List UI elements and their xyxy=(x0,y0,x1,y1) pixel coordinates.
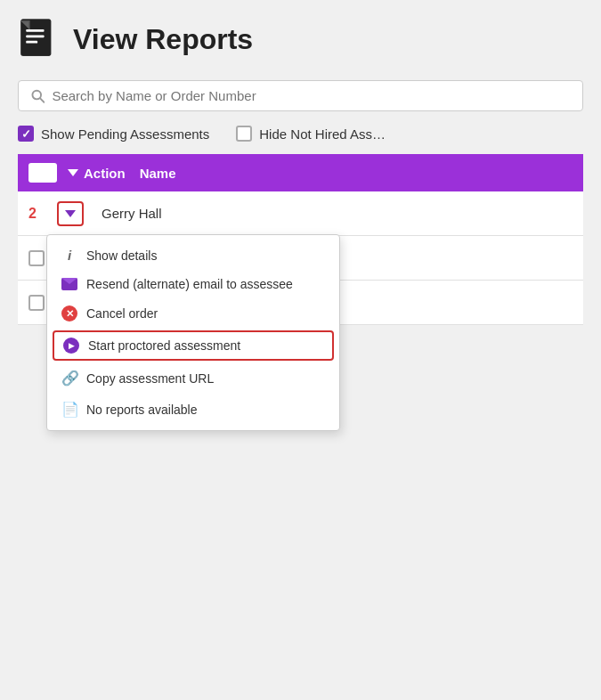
action-dropdown-button[interactable] xyxy=(57,201,84,226)
table-row-1: 2 Gerry Hall i Show details Resend (alte… xyxy=(18,191,583,236)
row-3-checkbox[interactable] xyxy=(28,295,45,311)
row-2-checkbox[interactable] xyxy=(28,250,45,266)
start-proctored-label: Start proctored assessment xyxy=(88,338,240,353)
header-checkbox[interactable] xyxy=(28,163,57,183)
email-icon xyxy=(61,278,77,290)
show-details-label: Show details xyxy=(86,248,157,263)
show-pending-checkbox[interactable] xyxy=(18,126,34,142)
page-header: View Reports xyxy=(18,18,583,61)
link-icon: 🔗 xyxy=(61,370,77,387)
svg-line-5 xyxy=(40,98,44,102)
page-title: View Reports xyxy=(73,23,253,56)
copy-url-label: Copy assessment URL xyxy=(86,371,214,386)
action-header-label: Action xyxy=(84,166,126,181)
show-pending-label: Show Pending Assessments xyxy=(41,126,209,142)
action-column-header[interactable]: Action xyxy=(68,166,126,181)
hide-not-hired-checkbox[interactable] xyxy=(236,126,252,142)
dropdown-item-show-details[interactable]: i Show details xyxy=(47,240,339,270)
play-icon xyxy=(63,338,79,354)
action-sort-arrow xyxy=(68,169,78,176)
search-input[interactable] xyxy=(52,88,570,103)
resend-email-label: Resend (alternate) email to assessee xyxy=(86,277,293,291)
dropdown-item-cancel-order[interactable]: Cancel order xyxy=(47,298,339,329)
no-reports-label: No reports available xyxy=(86,403,198,417)
dropdown-item-resend-email[interactable]: Resend (alternate) email to assessee xyxy=(47,270,339,298)
table-row-gerry-hall: 2 Gerry Hall xyxy=(18,191,583,236)
hide-not-hired-label: Hide Not Hired Ass… xyxy=(259,126,386,142)
row-number: 2 xyxy=(28,206,50,222)
name-column-header: Name xyxy=(140,166,176,181)
svg-rect-1 xyxy=(26,29,44,32)
cancel-order-label: Cancel order xyxy=(86,306,158,321)
search-icon xyxy=(31,89,45,103)
table-header: Action Name xyxy=(18,154,583,191)
cancel-icon xyxy=(61,305,77,322)
search-bar xyxy=(18,80,583,111)
action-dropdown-menu: i Show details Resend (alternate) email … xyxy=(46,234,340,431)
info-icon: i xyxy=(61,248,77,263)
svg-rect-2 xyxy=(26,35,44,37)
svg-rect-3 xyxy=(26,41,37,44)
reports-table: Action Name 2 Gerry Hall i Show details xyxy=(18,154,583,325)
page-container: View Reports Show Pending Assessments Hi… xyxy=(0,0,601,343)
filter-row: Show Pending Assessments Hide Not Hired … xyxy=(18,126,583,142)
hide-not-hired-filter[interactable]: Hide Not Hired Ass… xyxy=(236,126,386,142)
report-icon: 📄 xyxy=(61,401,77,418)
dropdown-arrow-icon xyxy=(65,210,76,217)
row-name-gerry-hall: Gerry Hall xyxy=(102,206,162,221)
dropdown-item-no-reports[interactable]: 📄 No reports available xyxy=(47,394,339,425)
page-icon xyxy=(18,18,61,61)
dropdown-item-start-proctored[interactable]: Start proctored assessment xyxy=(53,330,334,361)
show-pending-filter[interactable]: Show Pending Assessments xyxy=(18,126,209,142)
dropdown-item-copy-url[interactable]: 🔗 Copy assessment URL xyxy=(47,362,339,394)
